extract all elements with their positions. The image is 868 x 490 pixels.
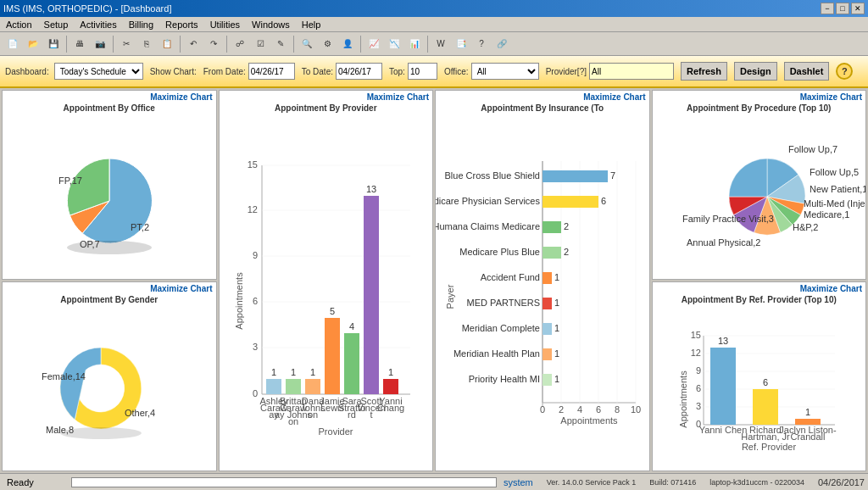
maximize-office-chart[interactable]: Maximize Chart	[3, 91, 216, 103]
print-btn[interactable]: 🖶	[70, 35, 89, 53]
from-date-input[interactable]	[248, 63, 295, 80]
maximize-provider-chart[interactable]: Maximize Chart	[220, 91, 433, 103]
gender-pie-svg: Female,14 Other,4 Male,8	[33, 333, 186, 443]
provider-label: Provider[?]	[546, 67, 587, 76]
to-date-input[interactable]	[336, 63, 382, 80]
gender-chart-content: Female,14 Other,4 Male,8	[3, 306, 216, 471]
svg-text:Family Practice Visit,3: Family Practice Visit,3	[682, 214, 774, 224]
app-title: IMS (IMS, ORTHOPEDIC) - [Dashboard]	[3, 3, 171, 14]
preview-btn[interactable]: 📷	[91, 35, 109, 53]
svg-text:4: 4	[577, 404, 582, 415]
svg-text:OP,7: OP,7	[80, 239, 100, 249]
menu-windows[interactable]: Windows	[249, 19, 292, 31]
save-btn[interactable]: 💾	[44, 35, 63, 53]
to-date-label: To Date:	[302, 67, 333, 76]
tb15[interactable]: 📑	[452, 35, 470, 53]
svg-text:Chang: Chang	[377, 403, 404, 413]
maximize-insurance-chart[interactable]: Maximize Chart	[436, 91, 649, 103]
svg-text:3: 3	[696, 401, 701, 411]
provider-group: Provider[?]	[546, 63, 674, 80]
redo-btn[interactable]: ↷	[204, 35, 223, 53]
office-label: Office:	[444, 67, 469, 76]
menu-activities[interactable]: Activities	[77, 19, 119, 31]
minimize-button[interactable]: −	[821, 3, 834, 14]
svg-rect-124	[753, 389, 778, 425]
chart-appointment-by-office: Maximize Chart Appointment By Office	[2, 90, 217, 280]
dashboard-group: Dashboard: Today's Schedule	[5, 63, 143, 80]
svg-text:0: 0	[253, 388, 258, 398]
svg-rect-82	[542, 272, 552, 284]
dashlet-button[interactable]: Dashlet	[784, 62, 830, 81]
menu-help[interactable]: Help	[299, 19, 324, 31]
status-bar: Ready system Ver. 14.0.0 Service Pack 1 …	[0, 473, 868, 490]
tb8[interactable]: 🔍	[298, 35, 316, 53]
maximize-gender-chart[interactable]: Maximize Chart	[3, 282, 216, 295]
status-version: Ver. 14.0.0 Service Pack 1	[547, 478, 637, 487]
sep2	[113, 36, 114, 53]
maximize-ref-provider-chart[interactable]: Maximize Chart	[653, 282, 866, 295]
svg-text:6: 6	[696, 383, 701, 393]
ref-provider-chart-content: Appointments 15 12 9 6 3 0	[653, 306, 866, 471]
copy-btn[interactable]: ⎘	[137, 35, 156, 53]
svg-text:Annual Physical,2: Annual Physical,2	[687, 237, 760, 248]
svg-text:Ref. Provider: Ref. Provider	[742, 442, 797, 452]
svg-text:H&P,2: H&P,2	[793, 222, 818, 232]
svg-text:10: 10	[631, 404, 641, 415]
dashboard-select[interactable]: Today's Schedule	[54, 63, 143, 80]
menu-utilities[interactable]: Utilities	[208, 19, 242, 31]
svg-text:12: 12	[248, 204, 258, 214]
refresh-button[interactable]: Refresh	[681, 62, 727, 81]
menu-setup[interactable]: Setup	[42, 19, 71, 31]
svg-rect-18	[266, 379, 281, 394]
procedure-chart-content: Follow Up,7 Follow Up,5 New Patient,1 Mu…	[653, 114, 866, 279]
svg-rect-94	[542, 374, 552, 386]
restore-button[interactable]: □	[836, 3, 849, 14]
cut-btn[interactable]: ✂	[117, 35, 136, 53]
menu-billing[interactable]: Billing	[126, 19, 156, 31]
gender-chart-title: Appointment By Gender	[3, 295, 216, 306]
tb14[interactable]: W	[431, 35, 450, 53]
horizontal-scrollbar[interactable]	[71, 477, 497, 487]
tb6[interactable]: ☑	[251, 35, 270, 53]
menu-action[interactable]: Action	[3, 19, 35, 31]
svg-text:Appointments: Appointments	[234, 272, 244, 330]
tb13[interactable]: 📊	[405, 35, 424, 53]
tb16[interactable]: 🔗	[492, 35, 511, 53]
svg-text:New Patient,1: New Patient,1	[810, 184, 865, 194]
help-toolbar-btn[interactable]: ?	[472, 35, 491, 53]
svg-text:Payer: Payer	[445, 284, 455, 309]
maximize-procedure-chart[interactable]: Maximize Chart	[653, 91, 866, 103]
help-button[interactable]: ?	[836, 63, 853, 80]
procedure-chart-title: Appointment By Procedure (Top 10)	[653, 103, 866, 114]
svg-text:Medicare,1: Medicare,1	[804, 209, 849, 220]
close-button[interactable]: ✕	[851, 3, 865, 14]
tb7[interactable]: ✎	[271, 35, 290, 53]
svg-rect-88	[542, 323, 552, 335]
tb10[interactable]: 👤	[338, 35, 357, 53]
new-btn[interactable]: 📄	[3, 35, 22, 53]
design-button[interactable]: Design	[734, 62, 777, 81]
status-system: system	[504, 477, 533, 487]
status-build: Build: 071416	[649, 478, 696, 487]
top-label: Top:	[389, 67, 405, 76]
svg-text:1: 1	[554, 374, 559, 384]
tb9[interactable]: ⚙	[318, 35, 337, 53]
svg-text:13: 13	[366, 184, 376, 194]
top-input[interactable]	[408, 63, 437, 80]
menu-reports[interactable]: Reports	[163, 19, 201, 31]
svg-text:Crandall: Crandall	[791, 432, 826, 442]
tb11[interactable]: 📈	[364, 35, 383, 53]
provider-bar-svg: Appointments 15 12 9 6 3 0	[232, 148, 419, 437]
office-select[interactable]: All	[471, 63, 539, 80]
svg-rect-22	[305, 379, 320, 394]
chart-appointment-by-provider: Maximize Chart Appointment By Provider A…	[219, 90, 434, 471]
paste-btn[interactable]: 📋	[158, 35, 176, 53]
svg-text:Appointments: Appointments	[560, 415, 618, 426]
tb12[interactable]: 📉	[385, 35, 403, 53]
top-group: Top:	[389, 63, 437, 80]
toolbar: 📄 📂 💾 🖶 📷 ✂ ⎘ 📋 ↶ ↷ ☍ ☑ ✎ 🔍 ⚙ 👤 📈 📉 📊 W …	[0, 32, 868, 56]
tb5[interactable]: ☍	[231, 35, 249, 53]
provider-input[interactable]	[589, 63, 674, 80]
undo-btn[interactable]: ↶	[184, 35, 203, 53]
open-btn[interactable]: 📂	[24, 35, 42, 53]
